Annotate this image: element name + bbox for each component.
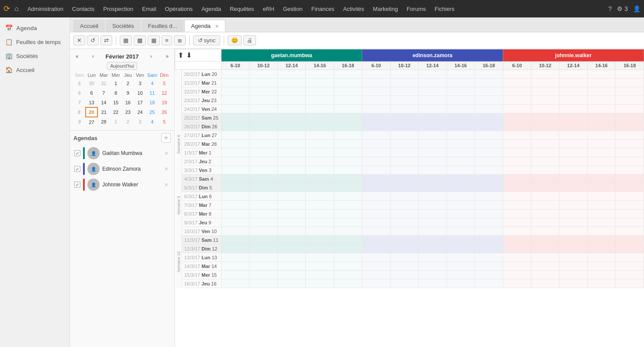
time-slot-cell[interactable]	[616, 183, 644, 192]
time-slot-cell[interactable]	[531, 166, 559, 175]
time-slot-cell[interactable]	[362, 70, 390, 79]
time-slot-cell[interactable]	[362, 262, 390, 271]
time-slot-cell[interactable]	[616, 157, 644, 166]
time-slot-cell[interactable]	[362, 140, 390, 148]
time-slot-cell[interactable]	[531, 87, 559, 96]
week-num-cell[interactable]: 7	[73, 98, 86, 107]
time-slot-cell[interactable]	[306, 253, 334, 262]
time-slot-cell[interactable]	[306, 210, 334, 218]
time-slot-cell[interactable]	[390, 87, 418, 96]
time-slot-cell[interactable]	[531, 201, 559, 210]
time-slot-cell[interactable]	[531, 262, 559, 271]
time-slot-cell[interactable]	[277, 96, 305, 105]
time-slot-cell[interactable]	[587, 122, 615, 131]
time-slot-cell[interactable]	[334, 253, 362, 262]
time-slot-cell[interactable]	[531, 244, 559, 253]
time-slot-cell[interactable]	[249, 70, 277, 79]
time-slot-cell[interactable]	[447, 218, 474, 227]
home-icon[interactable]: ⌂	[14, 5, 19, 13]
nav-requetes[interactable]: Requêtes	[225, 0, 259, 17]
time-slot-cell[interactable]	[419, 262, 447, 271]
time-slot-cell[interactable]	[559, 279, 587, 288]
time-slot-cell[interactable]	[362, 79, 390, 87]
time-slot-cell[interactable]	[616, 105, 644, 113]
person-checkbox-2[interactable]: ✓	[74, 182, 80, 188]
time-slot-cell[interactable]	[249, 87, 277, 96]
time-slot-cell[interactable]	[503, 96, 531, 105]
time-slot-cell[interactable]	[362, 201, 390, 210]
time-slot-cell[interactable]	[221, 218, 249, 227]
person-name-0[interactable]: Gaëtan Mumbwa	[102, 150, 160, 156]
time-slot-cell[interactable]	[334, 236, 362, 244]
time-slot-cell[interactable]	[221, 140, 249, 148]
time-slot-cell[interactable]	[277, 131, 305, 140]
cal-day-cell[interactable]: 2	[122, 117, 134, 127]
time-slot-cell[interactable]	[390, 253, 418, 262]
time-slot-cell[interactable]	[475, 244, 503, 253]
time-slot-cell[interactable]	[306, 271, 334, 279]
time-slot-cell[interactable]	[362, 131, 390, 140]
time-slot-cell[interactable]	[306, 175, 334, 183]
time-slot-cell[interactable]	[503, 236, 531, 244]
time-slot-cell[interactable]	[362, 271, 390, 279]
time-slot-cell[interactable]	[531, 140, 559, 148]
time-slot-cell[interactable]	[475, 87, 503, 96]
cal-day-cell[interactable]: 7	[97, 88, 110, 98]
time-slot-cell[interactable]	[221, 157, 249, 166]
time-slot-cell[interactable]	[587, 70, 615, 79]
today-button[interactable]: Aujourd'hui	[107, 62, 137, 70]
cal-day-cell[interactable]: 6	[86, 88, 98, 98]
time-slot-cell[interactable]	[503, 271, 531, 279]
time-slot-cell[interactable]	[503, 183, 531, 192]
time-slot-cell[interactable]	[587, 105, 615, 113]
nav-forums[interactable]: Forums	[402, 0, 430, 17]
time-slot-cell[interactable]	[334, 183, 362, 192]
time-slot-cell[interactable]	[390, 236, 418, 244]
time-slot-cell[interactable]	[221, 87, 249, 96]
time-slot-cell[interactable]	[390, 140, 418, 148]
time-slot-cell[interactable]	[531, 253, 559, 262]
time-slot-cell[interactable]	[587, 175, 615, 183]
time-slot-cell[interactable]	[419, 227, 447, 236]
time-slot-cell[interactable]	[559, 166, 587, 175]
time-slot-cell[interactable]	[334, 105, 362, 113]
time-slot-cell[interactable]	[390, 227, 418, 236]
cal-day-cell[interactable]: 8	[110, 88, 122, 98]
time-slot-cell[interactable]	[390, 192, 418, 201]
time-slot-cell[interactable]	[559, 122, 587, 131]
cal-day-cell[interactable]: 14	[97, 98, 110, 107]
time-slot-cell[interactable]	[362, 210, 390, 218]
time-slot-cell[interactable]	[249, 227, 277, 236]
view-week-button[interactable]: ▩	[134, 35, 146, 45]
time-slot-cell[interactable]	[587, 166, 615, 175]
settings-icon[interactable]: ⚙ 3	[617, 5, 628, 12]
time-slot-cell[interactable]	[249, 271, 277, 279]
time-slot-cell[interactable]	[447, 210, 474, 218]
time-slot-cell[interactable]	[447, 271, 474, 279]
time-slot-cell[interactable]	[587, 87, 615, 96]
cal-day-cell[interactable]: 28	[97, 117, 110, 127]
time-slot-cell[interactable]	[503, 148, 531, 157]
time-slot-cell[interactable]	[221, 253, 249, 262]
time-slot-cell[interactable]	[475, 236, 503, 244]
cal-day-cell[interactable]: 4	[146, 79, 158, 88]
time-slot-cell[interactable]	[221, 279, 249, 288]
tab-feuilles[interactable]: Feuilles d...	[142, 20, 184, 32]
cal-day-cell[interactable]: 1	[110, 79, 122, 88]
time-slot-cell[interactable]	[362, 253, 390, 262]
time-slot-cell[interactable]	[334, 218, 362, 227]
cal-day-cell[interactable]: 22	[110, 107, 122, 117]
time-slot-cell[interactable]	[503, 166, 531, 175]
time-slot-cell[interactable]	[616, 175, 644, 183]
time-slot-cell[interactable]	[334, 175, 362, 183]
time-slot-cell[interactable]	[277, 210, 305, 218]
time-slot-cell[interactable]	[475, 201, 503, 210]
cal-day-cell[interactable]: 3	[134, 117, 146, 127]
time-slot-cell[interactable]	[362, 218, 390, 227]
time-slot-cell[interactable]	[277, 105, 305, 113]
person-name-2[interactable]: Johnnie Walker	[102, 182, 160, 188]
time-slot-cell[interactable]	[475, 166, 503, 175]
download-icon[interactable]: ⬇	[186, 52, 192, 59]
nav-finances[interactable]: Finances	[307, 0, 339, 17]
time-slot-cell[interactable]	[587, 210, 615, 218]
